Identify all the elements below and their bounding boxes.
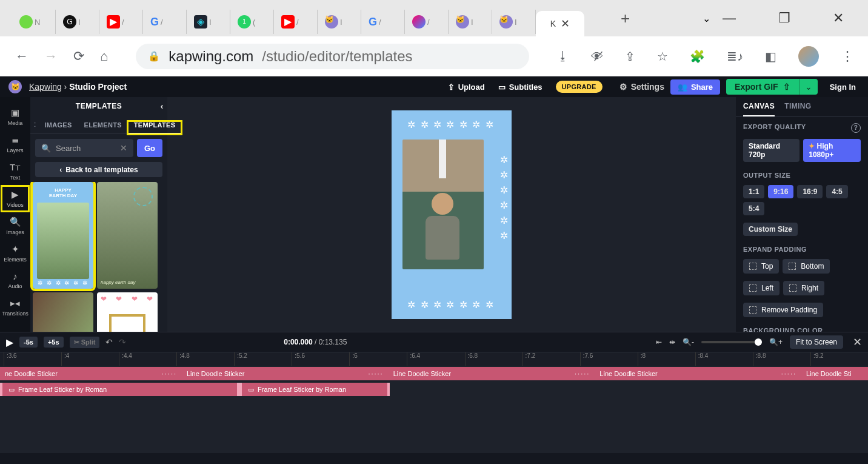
export-button[interactable]: Export GIF⇧	[726, 79, 799, 95]
upgrade-badge[interactable]: UPGRADE	[556, 81, 603, 93]
rtab-timing[interactable]: TIMING	[784, 102, 811, 116]
new-tab-button[interactable]: +	[621, 9, 630, 28]
undo-icon[interactable]: ↶	[105, 337, 113, 347]
tabs-dropdown-icon[interactable]: ⌄	[703, 13, 710, 24]
tab-whatsapp[interactable]: 1(	[230, 10, 274, 34]
clip-frame-1[interactable]: ▭Frame Leaf Sticker by Roman	[0, 383, 239, 396]
custom-size[interactable]: Custom Size	[743, 223, 798, 236]
side-panel-icon[interactable]: ◧	[765, 49, 776, 64]
rail-transitions[interactable]: ▸◂Transitions	[1, 294, 30, 321]
pad-bottom[interactable]: Bottom	[783, 259, 830, 274]
redo-icon[interactable]: ↷	[119, 337, 126, 347]
back-icon[interactable]: ←	[15, 49, 28, 64]
kebab-menu-icon[interactable]: ⋮	[841, 49, 853, 64]
canvas[interactable]: ✲ ✲ ✲ ✲ ✲ ✲ ✲ ✲✲✲✲✲✲ ✲ ✲ ✲ ✲ ✲ ✲ ✲	[392, 110, 512, 319]
export-dropdown-caret[interactable]: ⌄	[799, 79, 818, 95]
share-button[interactable]: 👥Share	[670, 79, 720, 95]
bookmark-star-icon[interactable]: ☆	[657, 49, 668, 64]
tab-images[interactable]: IMAGES	[38, 121, 78, 133]
breadcrumb-project[interactable]: Studio Project	[69, 82, 127, 92]
subtitles-button[interactable]: ▭Subtitles	[498, 82, 542, 92]
remove-padding[interactable]: Remove Padding	[743, 303, 823, 317]
play-icon[interactable]: ▶	[6, 337, 13, 348]
pad-right[interactable]: Right	[783, 281, 824, 295]
rail-videos[interactable]: ▶Videos	[1, 185, 30, 212]
search-input[interactable]: 🔍 Search ✕	[35, 139, 133, 157]
rail-elements[interactable]: ✦Elements	[1, 240, 30, 267]
signin-link[interactable]: Sign In	[830, 82, 856, 92]
quality-high[interactable]: High 1080p+	[803, 139, 861, 162]
rail-images[interactable]: 🔍Images	[1, 212, 30, 240]
collapse-panel-icon[interactable]: ‹	[161, 101, 164, 111]
snap-center-icon[interactable]: ⇹	[669, 338, 675, 346]
track-doodle[interactable]: ne Doodle Sticker····· Line Doodle Stick…	[0, 366, 868, 382]
minimize-icon[interactable]: —	[723, 10, 736, 26]
zoom-out-icon[interactable]: 🔍-	[683, 338, 694, 346]
back-to-templates[interactable]: ‹ Back to all templates	[35, 162, 162, 177]
close-tab-icon[interactable]: ✕	[561, 17, 570, 30]
template-hearts-frame[interactable]	[97, 292, 158, 332]
settings-button[interactable]: ⚙Settings	[619, 82, 664, 92]
tab-filmora[interactable]: ◈I	[187, 10, 230, 34]
tab-upwork[interactable]: N	[12, 10, 56, 34]
breadcrumb-brand[interactable]: Kapwing	[29, 82, 62, 92]
clip-frame-2[interactable]: ▭Frame Leaf Sticker by Roman	[239, 383, 390, 396]
plus-5s[interactable]: +5s	[44, 337, 64, 348]
tab-youtube-2[interactable]: ▶/	[274, 10, 318, 34]
minus-5s[interactable]: -5s	[19, 337, 38, 348]
tab-youtube-1[interactable]: ▶/	[99, 10, 143, 34]
eye-off-icon[interactable]: 👁︎̸	[591, 49, 603, 64]
photo-placeholder[interactable]	[402, 140, 484, 269]
rail-layers[interactable]: ≣Layers	[1, 130, 30, 158]
help-icon[interactable]: ?	[851, 123, 861, 133]
fit-to-screen[interactable]: Fit to Screen	[790, 335, 843, 349]
zoom-in-icon[interactable]: 🔍+	[769, 338, 783, 346]
kapwing-logo[interactable]: 🐱	[8, 80, 22, 93]
ratio-16-9[interactable]: 16:9	[797, 185, 823, 198]
rtab-canvas[interactable]: CANVAS	[743, 102, 775, 116]
ratio-5-4[interactable]: 5:4	[743, 202, 764, 215]
reading-list-icon[interactable]: ≣♪	[727, 49, 743, 64]
ratio-9-16[interactable]: 9:16	[768, 185, 793, 198]
tab-kapwing-3[interactable]: 🐱I	[492, 10, 536, 34]
rail-media[interactable]: ▣Media	[1, 103, 30, 130]
template-plants[interactable]	[33, 292, 93, 332]
close-timeline-icon[interactable]: ✕	[853, 335, 862, 349]
profile-avatar[interactable]	[798, 46, 819, 67]
pad-left[interactable]: Left	[743, 281, 780, 295]
tab-grammarly[interactable]: GI	[56, 10, 99, 34]
clear-search-icon[interactable]: ✕	[120, 143, 127, 153]
reload-icon[interactable]: ⟳	[73, 49, 84, 64]
timeline-ruler[interactable]: :3.6 :4 :4.4 :4.8 :5.2 :5.6 :6 :6.4 :6.8…	[0, 352, 868, 366]
tab-templates[interactable]: TEMPLATES	[128, 121, 182, 134]
template-earth-day[interactable]: HAPPYEARTH DAY ✲ ✲ ✲ ✲ ✲ ✲	[33, 182, 93, 289]
canvas-area[interactable]: ✲ ✲ ✲ ✲ ✲ ✲ ✲ ✲✲✲✲✲✲ ✲ ✲ ✲ ✲ ✲ ✲ ✲	[167, 97, 736, 332]
tab-google-2[interactable]: G/	[361, 10, 405, 34]
address-bar[interactable]: 🔒 kapwing.com/studio/editor/templates	[136, 44, 529, 69]
ratio-1-1[interactable]: 1:1	[743, 185, 764, 198]
home-icon[interactable]: ⌂	[100, 49, 108, 64]
go-button[interactable]: Go	[137, 139, 162, 157]
split-button[interactable]: ✂ Split	[70, 337, 100, 348]
track-frame[interactable]: ▭Frame Leaf Sticker by Roman ▭Frame Leaf…	[0, 382, 868, 397]
upload-button[interactable]: ⇪Upload	[448, 82, 485, 92]
close-window-icon[interactable]: ✕	[833, 10, 844, 26]
tab-google-1[interactable]: G/	[143, 10, 187, 34]
extensions-icon[interactable]: 🧩	[690, 49, 705, 64]
quality-standard[interactable]: Standard 720p	[743, 139, 800, 162]
zoom-slider[interactable]	[701, 341, 762, 343]
snap-start-icon[interactable]: ⇤	[656, 338, 662, 346]
tab-kapwing-2[interactable]: 🐱I	[449, 10, 492, 34]
tab-reel[interactable]: /	[405, 10, 449, 34]
rail-audio[interactable]: ♪Audio	[1, 267, 30, 294]
tab-elements[interactable]: ELEMENTS	[78, 121, 128, 133]
maximize-icon[interactable]: ❐	[778, 10, 790, 26]
timeline-empty[interactable]	[0, 402, 868, 453]
install-app-icon[interactable]: ⭳	[557, 49, 569, 63]
pad-top[interactable]: Top	[743, 259, 779, 274]
active-tab[interactable]: K ✕	[536, 11, 584, 36]
template-family-earth[interactable]: happy earth day	[97, 182, 158, 289]
tab-kapwing-1[interactable]: 🐱I	[318, 10, 361, 34]
clip-doodle-row[interactable]: ne Doodle Sticker····· Line Doodle Stick…	[0, 367, 868, 380]
share-page-icon[interactable]: ⇪	[625, 49, 635, 64]
